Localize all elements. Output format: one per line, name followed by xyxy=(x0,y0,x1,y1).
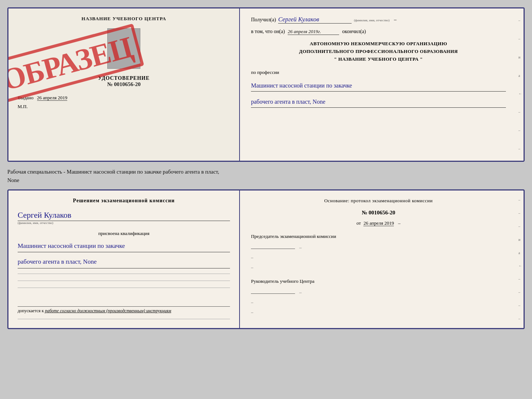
deco2-i: и xyxy=(518,238,522,242)
profession-label-top: по профессии xyxy=(251,70,506,75)
rukovoditel-dash2: – xyxy=(251,300,506,305)
certificate-bottom: Решением экзаменационной комиссии Сергей… xyxy=(7,189,525,329)
udostoverenie-label: УДОСТОВЕРЕНИЕ xyxy=(98,75,150,81)
profession-line2-top: рабочего агента в пласт, None xyxy=(251,97,506,108)
org-line2: ДОПОЛНИТЕЛЬНОГО ПРОФЕССИОНАЛЬНОГО ОБРАЗО… xyxy=(251,48,506,56)
right-edge-deco: – – и а ← – – – xyxy=(517,8,524,161)
dash-top: – xyxy=(394,17,396,23)
deco2-dash1: – xyxy=(518,198,522,202)
deco2-dash7: – xyxy=(518,317,522,321)
cert-top-title: НАЗВАНИЕ УЧЕБНОГО ЦЕНТРА xyxy=(82,16,166,22)
separator-line3 xyxy=(18,288,230,288)
date-row-top: в том, что он(а) 26 апреля 2019г. окончи… xyxy=(251,29,506,35)
poluchil-label: Получил(а) xyxy=(251,17,276,23)
cert-top-left: НАЗВАНИЕ УЧЕБНОГО ЦЕНТРА УДОСТОВЕРЕНИЕ №… xyxy=(8,8,240,161)
ot-label: от xyxy=(356,220,361,226)
org-name: " НАЗВАНИЕ УЧЕБНОГО ЦЕНТРА " xyxy=(251,56,506,63)
name-hint-top: (фамилия, имя, отчество) xyxy=(354,18,389,22)
subtitle-line1: Рабочая специальность - Машинист насосно… xyxy=(7,168,525,176)
page-wrapper: НАЗВАНИЕ УЧЕБНОГО ЦЕНТРА УДОСТОВЕРЕНИЕ №… xyxy=(7,7,525,329)
udostoverenie-number: № 0010656-20 xyxy=(98,81,150,88)
rukovoditel-block: Руководитель учебного Центра – xyxy=(251,278,506,295)
deco2-dash3: – xyxy=(518,224,522,228)
protocol-number: № 0010656-20 xyxy=(251,210,506,216)
vydano-label: Выдано xyxy=(18,95,33,100)
person-name-bottom: Сергей Кулаков xyxy=(18,210,230,221)
subtitle-line2: None xyxy=(7,176,525,185)
protocol-date: 26 апреля 2019 xyxy=(363,220,394,226)
cert-top-right: Получил(а) Сергей Кулаков (фамилия, имя,… xyxy=(240,8,517,161)
dopuskaetsya-text: работе согласно должностным (производств… xyxy=(45,308,171,313)
org-line1: АВТОНОМНУЮ НЕКОММЕРЧЕСКУЮ ОРГАНИЗАЦИЮ xyxy=(251,40,506,48)
mp-row: М.П. xyxy=(18,104,230,110)
qualification-line2: рабочего агента в пласт, None xyxy=(18,256,230,268)
deco-dash3: ← xyxy=(518,92,522,96)
recipient-row: Получил(а) Сергей Кулаков (фамилия, имя,… xyxy=(251,16,506,24)
rukovoditel-dash3: – xyxy=(251,310,506,315)
deco-dash5: – xyxy=(518,128,522,132)
deco2-dash5: – xyxy=(518,290,522,294)
dopuskaetsya-prefix: допускается к xyxy=(18,308,44,313)
cert-bottom-left: Решением экзаменационной комиссии Сергей… xyxy=(8,190,240,328)
predsedatel-label: Председатель экзаменационной комиссии xyxy=(251,234,506,239)
subtitle-block: Рабочая специальность - Машинист насосно… xyxy=(7,166,525,185)
separator-line4 xyxy=(18,319,230,319)
deco2-dash4: – xyxy=(518,277,522,281)
deco-dash1: – xyxy=(518,18,522,22)
deco-i: и xyxy=(518,55,522,59)
profession-line1-top: Машинист насосной станции по закачке xyxy=(251,81,506,92)
org-block: АВТОНОМНУЮ НЕКОММЕРЧЕСКУЮ ОРГАНИЗАЦИЮ ДО… xyxy=(251,40,506,63)
date-value-top: 26 апреля 2019г. xyxy=(288,29,339,35)
osnovanie-title: Основание: протокол экзаменационной коми… xyxy=(251,198,506,204)
deco-dash4: – xyxy=(518,110,522,114)
recipient-name: Сергей Кулаков xyxy=(278,16,352,24)
rukovoditel-label: Руководитель учебного Центра xyxy=(251,278,506,284)
vtom-label: в том, что он(а) xyxy=(251,29,285,35)
right-edge-deco-bottom: – – – и а ← – – – – xyxy=(517,190,524,328)
predsedatel-block: Председатель экзаменационной комиссии – xyxy=(251,234,506,250)
rukovoditel-dash: – xyxy=(299,289,302,295)
deco2-dash6: – xyxy=(518,303,522,307)
cert-bottom-right: Основание: протокол экзаменационной коми… xyxy=(240,190,517,328)
deco-a: а xyxy=(518,74,522,78)
protocol-dash: – xyxy=(398,220,401,226)
separator-line1 xyxy=(18,274,230,274)
udostoverenie-block: УДОСТОВЕРЕНИЕ № 0010656-20 xyxy=(98,75,150,88)
deco-dash2: – xyxy=(518,37,522,41)
deco2-dash2: – xyxy=(518,211,522,215)
predsedatel-dash: – xyxy=(299,245,302,250)
deco2-arrow: ← xyxy=(518,264,522,268)
deco-dash6: – xyxy=(518,147,522,151)
protocol-date-row: от 26 апреля 2019 – xyxy=(251,220,506,226)
photo-placeholder xyxy=(107,28,140,69)
rukovoditel-signature-line xyxy=(251,286,295,294)
qualification-line1: Машинист насосной станции по закачке xyxy=(18,240,230,252)
okonchil-label: окончил(а) xyxy=(342,29,366,35)
separator-line2 xyxy=(18,281,230,281)
prisvoena-label: присвоена квалификация xyxy=(18,231,230,236)
deco2-a: а xyxy=(518,251,522,255)
name-hint-bottom: (фамилия, имя, отчество) xyxy=(18,221,230,225)
komissia-title: Решением экзаменационной комиссии xyxy=(18,198,230,204)
dopuskaetsya-row: допускается к работе согласно должностны… xyxy=(18,306,230,314)
vydano-row: Выдано 26 апреля 2019 xyxy=(18,95,230,101)
vydano-date: 26 апреля 2019 xyxy=(37,95,68,101)
predsedatel-dash3: – xyxy=(251,265,506,270)
person-name-block: Сергей Кулаков (фамилия, имя, отчество) xyxy=(18,210,230,225)
predsedatel-dash2: – xyxy=(251,255,506,260)
certificate-top: НАЗВАНИЕ УЧЕБНОГО ЦЕНТРА УДОСТОВЕРЕНИЕ №… xyxy=(7,7,525,162)
predsedatel-signature-line xyxy=(251,242,295,249)
